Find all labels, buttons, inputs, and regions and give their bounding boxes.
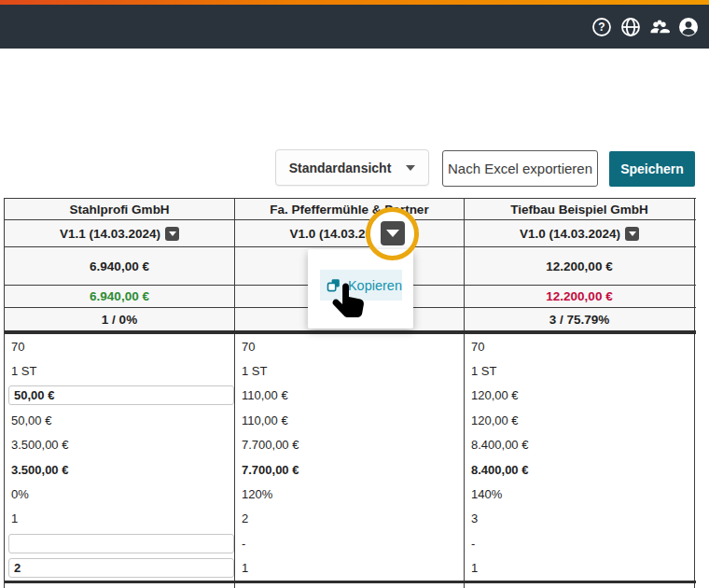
version-dropdown-button[interactable] [165,227,179,241]
unit-price-value: 50,00 € [11,408,234,432]
export-excel-label: Nach Excel exportieren [448,161,592,176]
version-cell: V1.0 (14.03.2024) [235,220,465,246]
final-sum-cell: 12.200,00 € [465,286,695,307]
version-dropdown-button-highlighted[interactable] [381,221,405,245]
final-sum-cell: 6.940,00 € [5,286,235,307]
save-button[interactable]: Speichern [609,151,695,187]
save-button-label: Speichern [620,161,684,176]
chevron-down-icon [406,165,415,171]
line-total-value: 3.500,00 € [11,433,234,457]
company-header[interactable]: Stahlprofi GmbH [5,199,235,219]
note-value: - [471,531,694,555]
count-input[interactable] [8,558,234,578]
quantity-value: 70 [11,334,234,358]
unit-value: 1 ST [242,358,464,383]
quantity-value: 70 [242,334,464,358]
position-detail-row: 70 1 ST 50,00 € 3.500,00 € 3.500,00 € 0%… [5,334,696,581]
line-total-final-value: 3.500,00 € [11,457,234,482]
ranking-cell: 1 / 0% [5,308,235,330]
unit-value: 1 ST [11,358,234,383]
company-header-row: Stahlprofi GmbH Fa. Pfeffermühle & Partn… [5,198,696,219]
copy-menu-item[interactable]: Kopieren [320,270,402,301]
account-icon[interactable] [677,16,700,38]
stub-cell [5,583,235,588]
version-context-menu: Kopieren [308,249,413,329]
line-total-value: 7.700,00 € [242,433,464,457]
stub-cell [465,583,695,588]
svg-text:?: ? [598,21,605,34]
export-excel-button[interactable]: Nach Excel exportieren [442,150,598,187]
unit-price-value: 110,00 € [242,408,464,432]
help-icon[interactable]: ? [591,16,613,38]
copy-menu-item-label: Kopieren [348,278,402,293]
line-total-final-value: 7.700,00 € [242,457,464,482]
chevron-down-icon [629,231,636,236]
deviation-value: 120% [242,482,464,506]
version-label: V1.0 (14.03.2024) [520,227,620,241]
note-value: - [242,531,464,555]
line-total-final-value: 8.400,00 € [471,457,694,482]
bidder-detail-column: 70 1 ST 50,00 € 3.500,00 € 3.500,00 € 0%… [5,334,235,581]
chevron-down-icon [386,230,399,237]
unit-price-offer-value: 110,00 € [242,384,464,408]
users-icon[interactable] [648,16,671,38]
count-value: 1 [242,556,464,581]
company-header[interactable]: Fa. Pfeffermühle & Partner [235,199,465,219]
view-selector-dropdown[interactable]: Standardansicht [275,149,429,186]
note-input[interactable] [8,534,234,553]
deviation-value: 0% [11,482,234,506]
version-cell: V1.0 (14.03.2024) [465,220,695,246]
chevron-down-icon [169,231,176,236]
version-label: V1.1 (14.03.2024) [60,227,160,241]
line-total-value: 8.400,00 € [471,433,694,457]
sum-cell: 6.940,00 € [5,247,235,285]
unit-price-input[interactable] [8,385,234,405]
copy-icon [327,277,341,294]
position-rank-value: 1 [11,507,234,531]
quantity-value: 70 [471,334,694,358]
ranking-cell: 3 / 75.79% [465,308,695,330]
version-cell: V1.1 (14.03.2024) [5,220,235,246]
bidder-detail-column: 70 1 ST 120,00 € 120,00 € 8.400,00 € 8.4… [465,334,695,581]
comparison-screen: ? Standardansicht Nach Excel exportieren… [0,0,709,588]
app-bar: ? [0,5,709,49]
deviation-value: 140% [471,482,694,506]
view-selector-label: Standardansicht [289,161,392,175]
unit-value: 1 ST [471,358,694,383]
language-globe-icon[interactable] [619,16,642,38]
bidder-detail-column: 70 1 ST 110,00 € 110,00 € 7.700,00 € 7.7… [235,334,465,581]
count-value: 1 [471,556,694,581]
position-rank-value: 2 [242,507,464,531]
unit-price-offer-value: 120,00 € [471,384,694,408]
version-row: V1.1 (14.03.2024) V1.0 (14.03.2024) V1.0… [5,219,696,246]
company-header[interactable]: Tiefbau Beispiel GmbH [465,199,695,219]
version-dropdown-button[interactable] [625,227,639,241]
stub-cell [235,583,465,588]
next-row-stub [5,583,696,588]
sum-cell: 12.200,00 € [465,247,695,285]
unit-price-value: 120,00 € [471,408,694,432]
position-rank-value: 3 [471,507,694,531]
